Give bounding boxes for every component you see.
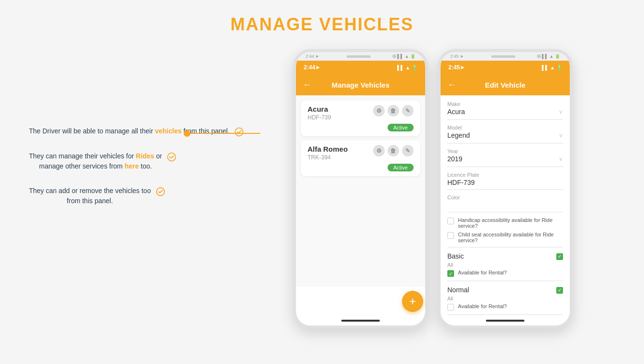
phone2-header-title: Edit Vehicle (485, 81, 525, 89)
vehicle-edit-icon-acura[interactable]: ✎ (402, 105, 414, 117)
service-basic-rental-checkbox[interactable]: ✓ (447, 270, 454, 277)
phone2-home-indicator (441, 316, 570, 325)
service-normal-name: Normal (447, 286, 469, 294)
phone2-location-icon: ➤ (460, 65, 464, 71)
form-value-plate[interactable]: HDF-739 (447, 179, 563, 186)
checkbox-childseat-label: Child seat accessibility available for R… (458, 232, 563, 243)
phone2-signal: ▌▌ (542, 65, 549, 70)
phone1-battery: 🔋 (412, 65, 417, 70)
service-basic-checkbox[interactable]: ✓ (556, 253, 563, 260)
checkboxes-section: Handicap accessibility available for Rid… (447, 217, 563, 247)
ann1-highlight: vehicles (155, 127, 181, 135)
phone1-location-icon: ➤ (315, 65, 320, 71)
checkbox-handicap: Handicap accessibility available for Rid… (447, 217, 563, 229)
phone1-notch: 2:44 ➤ ▌▌ ▲ 🔋 (296, 52, 425, 61)
annotation-item-1: The Driver will be able to manage all th… (29, 126, 251, 137)
service-basic-header: Basic ✓ (447, 252, 563, 260)
vehicle-card-alfa: Alfa Romeo TRK-394 ⚙ 🗑 ✎ Active (301, 140, 420, 176)
form-field-year: Year 2019 ∨ (447, 148, 563, 167)
vehicle-card-acura-info: Acura HDF-739 (308, 105, 331, 121)
vehicle-plate-alfa: TRK-394 (308, 154, 348, 161)
phone2-body: Make Acura ∨ Model Legend ∨ Year (441, 95, 570, 316)
vehicle-footer-alfa: Active (308, 164, 414, 171)
form-field-model: Model Legend ∨ (447, 125, 563, 143)
form-year-value: 2019 (447, 155, 462, 163)
service-normal-rental-label: Available for Rental? (458, 303, 507, 309)
phone-manage-vehicles: 2:44 ➤ ▌▌ ▲ 🔋 2:44 ➤ ▌▌ ▲ 🔋 ← Manage Veh… (293, 49, 428, 328)
vehicle-card-acura-header: Acura HDF-739 ⚙ 🗑 ✎ (308, 105, 414, 121)
annotation-panel: The Driver will be able to manage all th… (29, 49, 251, 206)
form-field-color: Color (447, 195, 563, 212)
phone1-home-bar (341, 320, 380, 322)
form-year-chevron: ∨ (559, 156, 563, 162)
phone1-time: 2:44 ➤ (306, 54, 325, 59)
form-label-color: Color (447, 195, 563, 200)
main-content: The Driver will be able to manage all th… (0, 49, 644, 328)
form-plate-value: HDF-739 (447, 179, 475, 186)
phone2-wifi: ▲ (550, 65, 555, 70)
phone2-time: 2:45 ➤ (450, 54, 470, 59)
form-make-value: Acura (447, 108, 465, 116)
form-label-year: Year (447, 148, 563, 154)
service-basic-rental-label: Available for Rental? (458, 270, 507, 275)
checkbox-handicap-label: Handicap accessibility available for Rid… (458, 217, 563, 229)
vehicle-card-alfa-header: Alfa Romeo TRK-394 ⚙ 🗑 ✎ (308, 145, 414, 161)
checkbox-childseat: Child seat accessibility available for R… (447, 232, 563, 243)
checkbox-handicap-box[interactable] (447, 218, 454, 224)
phone1-wifi: ▲ (405, 65, 410, 70)
service-normal-rental-checkbox[interactable] (447, 304, 454, 311)
form-make-chevron: ∨ (559, 108, 563, 115)
form-value-year[interactable]: 2019 ∨ (447, 155, 563, 163)
form-model-value: Legend (447, 131, 470, 139)
vehicle-card-alfa-info: Alfa Romeo TRK-394 (308, 145, 348, 161)
check-icon-2 (167, 152, 176, 162)
vehicle-status-acura: Active (388, 124, 414, 131)
vehicle-footer-acura: Active (308, 124, 414, 131)
phone2-camera (537, 54, 541, 58)
form-value-make[interactable]: Acura ∨ (447, 108, 563, 116)
checkbox-childseat-box[interactable] (447, 232, 454, 239)
phone1-back-button[interactable]: ← (303, 80, 311, 90)
phone2-back-button[interactable]: ← (447, 80, 456, 90)
page-title: MANAGE VEHICLES (230, 14, 414, 35)
service-basic: Basic ✓ All ✓ Available for Rental? (447, 252, 563, 281)
phone1-header-title: Manage Vehicles (332, 81, 389, 89)
vehicle-plate-acura: HDF-739 (308, 114, 331, 121)
annotation-text-3: They can add or remove the vehicles too … (29, 186, 151, 206)
connector-line (190, 133, 260, 134)
phone-edit-vehicle: 2:45 ➤ ▌▌ ▲ 🔋 2:45 ➤ ▌▌ ▲ 🔋 ← Edit Vehic… (438, 49, 573, 328)
phone1-signal: ▌▌ (397, 65, 404, 70)
annotation-item-3: They can add or remove the vehicles too … (29, 186, 251, 206)
ann2-highlight2: here (124, 162, 139, 170)
form-label-model: Model (447, 125, 563, 130)
service-normal-checkbox[interactable]: ✓ (556, 287, 563, 294)
vehicle-edit-icon-alfa[interactable]: ✎ (402, 145, 414, 156)
phone1-camera (392, 54, 396, 58)
add-vehicle-fab[interactable]: + (402, 291, 423, 312)
phone1-speaker (347, 55, 371, 58)
service-basic-sub: All (447, 262, 563, 268)
phone1-status-bar: 2:44 ➤ ▌▌ ▲ 🔋 (296, 61, 425, 74)
form-label-make: Make (447, 101, 563, 107)
vehicle-card-acura: Acura HDF-739 ⚙ 🗑 ✎ Active (301, 100, 420, 136)
phone2-home-bar (486, 320, 524, 322)
phone2-battery: 🔋 (556, 65, 562, 70)
phone2-signal-icons: ▌▌ ▲ 🔋 (542, 65, 562, 70)
phone1-status-time: 2:44 (304, 64, 315, 71)
service-basic-rental: ✓ Available for Rental? (447, 270, 563, 277)
vehicle-name-acura: Acura (308, 105, 331, 113)
phone2-status-icons: ▌▌ ▲ 🔋 (541, 54, 560, 59)
form-model-chevron: ∨ (559, 132, 563, 139)
vehicle-name-alfa: Alfa Romeo (308, 145, 348, 153)
vehicle-actions-acura: ⚙ 🗑 ✎ (373, 105, 414, 117)
vehicle-settings-icon-acura[interactable]: ⚙ (373, 105, 385, 117)
vehicle-delete-icon-alfa[interactable]: 🗑 (388, 145, 399, 156)
form-value-model[interactable]: Legend ∨ (447, 131, 563, 139)
annotation-block-3: They can add or remove the vehicles too … (29, 186, 151, 206)
phone1-body: Acura HDF-739 ⚙ 🗑 ✎ Active (296, 95, 425, 287)
form-value-color[interactable] (447, 201, 563, 209)
vehicle-delete-icon-acura[interactable]: 🗑 (388, 105, 399, 117)
form-field-plate: Licence Plate HDF-739 (447, 172, 563, 190)
vehicle-settings-icon-alfa[interactable]: ⚙ (373, 145, 385, 156)
ann3-text-before: They can add or remove the vehicles too … (29, 187, 151, 205)
